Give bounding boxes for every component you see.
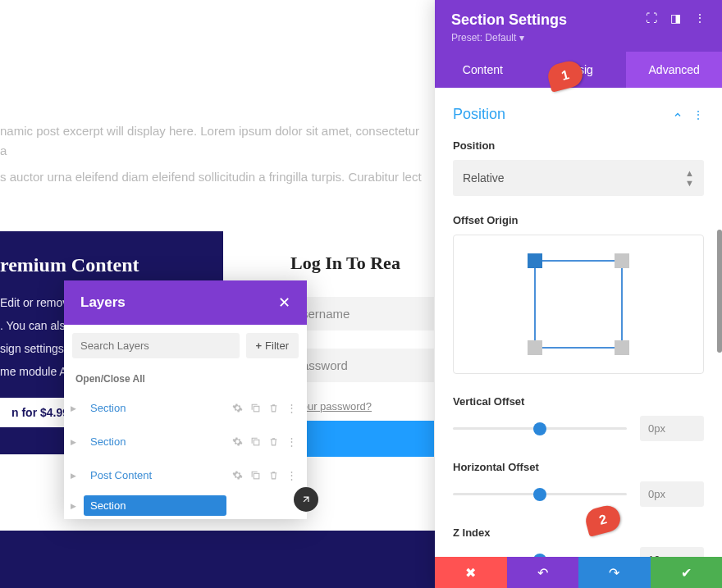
more-icon[interactable]: ⋮ <box>694 11 706 25</box>
origin-top-right[interactable] <box>615 253 629 268</box>
forgot-password-link[interactable]: t your password? <box>290 400 438 413</box>
gear-icon[interactable] <box>231 470 243 481</box>
caret-icon[interactable]: ▶ <box>71 438 80 446</box>
redo-button[interactable]: ↷ <box>578 557 651 588</box>
premium-title: remium Content <box>0 254 208 276</box>
layers-header: Layers ✕ <box>64 280 307 325</box>
login-title: Log In To Rea <box>290 253 438 274</box>
scrollbar[interactable] <box>717 230 722 353</box>
settings-body: Position ⋮ Position Relative ▲▼ Offset O… <box>435 88 722 557</box>
layers-title: Layers <box>80 294 126 311</box>
position-select[interactable]: Relative ▲▼ <box>453 160 704 196</box>
position-value: Relative <box>463 171 505 185</box>
select-caret-icon: ▲▼ <box>685 168 694 188</box>
settings-header: Section Settings Preset: Default ▾ ⛶ ◨ ⋮ <box>435 0 722 52</box>
layer-label[interactable]: Section <box>84 495 226 516</box>
layer-row-active[interactable]: ▶ Section ⋮ <box>64 492 307 519</box>
origin-bottom-right[interactable] <box>615 340 629 355</box>
layer-row[interactable]: ▶ Section ⋮ <box>64 391 307 425</box>
expand-icon[interactable]: ⛶ <box>646 11 657 25</box>
save-button[interactable]: ✔ <box>651 557 723 588</box>
svg-rect-2 <box>254 473 259 479</box>
settings-footer: ✖ ↶ ↷ ✔ <box>435 557 722 588</box>
svg-rect-0 <box>254 406 259 412</box>
excerpt-line: namic post excerpt will display here. Lo… <box>0 121 427 161</box>
login-submit-button[interactable] <box>290 421 434 457</box>
more-icon[interactable]: ⋮ <box>286 470 297 481</box>
svg-rect-1 <box>254 440 259 445</box>
offset-origin-label: Offset Origin <box>453 214 704 226</box>
username-input[interactable]: sername <box>290 297 434 330</box>
settings-panel: Section Settings Preset: Default ▾ ⛶ ◨ ⋮… <box>435 0 722 588</box>
login-form: Log In To Rea sername assword t your pas… <box>290 253 438 457</box>
cancel-button[interactable]: ✖ <box>435 557 507 588</box>
trash-icon[interactable] <box>267 403 279 414</box>
tab-content[interactable]: Content <box>435 52 531 88</box>
zindex-input[interactable] <box>640 547 704 557</box>
settings-title: Section Settings <box>451 11 567 29</box>
gear-icon[interactable] <box>231 403 243 414</box>
horizontal-offset-slider[interactable] <box>453 493 627 495</box>
layer-label[interactable]: Post Content <box>84 465 231 485</box>
more-icon[interactable]: ⋮ <box>692 108 704 121</box>
trash-icon[interactable] <box>267 500 279 512</box>
undo-button[interactable]: ↶ <box>507 557 579 588</box>
offset-origin-picker[interactable] <box>453 235 704 374</box>
layer-label[interactable]: Section <box>84 398 231 418</box>
origin-bottom-left[interactable] <box>528 340 542 355</box>
resize-handle-icon[interactable] <box>294 487 318 512</box>
layers-search-row: +Filter <box>64 325 307 367</box>
vertical-offset-slider[interactable] <box>453 427 627 430</box>
horizontal-offset-label: Horizontal Offset <box>453 461 704 473</box>
trash-icon[interactable] <box>267 436 279 448</box>
slider-thumb[interactable] <box>533 422 546 435</box>
origin-top-left[interactable] <box>528 253 542 268</box>
layers-search-input[interactable] <box>72 333 240 358</box>
layers-filter-button[interactable]: +Filter <box>246 333 299 358</box>
slider-thumb[interactable] <box>533 554 546 558</box>
section-position-title[interactable]: Position <box>453 106 505 123</box>
layer-row[interactable]: ▶ Section ⋮ <box>64 425 307 458</box>
trash-icon[interactable] <box>267 470 279 481</box>
chevron-up-icon[interactable] <box>673 110 683 120</box>
dock-icon[interactable]: ◨ <box>670 11 681 25</box>
duplicate-icon[interactable] <box>249 500 261 512</box>
svg-rect-3 <box>254 504 259 509</box>
excerpt-line: s auctor urna eleifend diam eleifend sol… <box>0 167 427 187</box>
duplicate-icon[interactable] <box>249 403 261 414</box>
duplicate-icon[interactable] <box>249 436 261 448</box>
duplicate-icon[interactable] <box>249 470 261 481</box>
page-excerpt: namic post excerpt will display here. Lo… <box>0 121 435 194</box>
layers-openclose-toggle[interactable]: Open/Close All <box>64 367 307 391</box>
tab-advanced[interactable]: Advanced <box>626 52 722 88</box>
position-label: Position <box>453 139 704 152</box>
layer-label[interactable]: Section <box>84 431 231 452</box>
more-icon[interactable]: ⋮ <box>286 436 297 448</box>
gear-icon[interactable] <box>231 500 243 512</box>
vertical-offset-input[interactable] <box>640 416 704 441</box>
caret-icon[interactable]: ▶ <box>71 472 80 480</box>
caret-icon[interactable]: ▶ <box>71 404 80 413</box>
more-icon[interactable]: ⋮ <box>286 403 297 414</box>
page-footer <box>0 531 435 588</box>
settings-preset[interactable]: Preset: Default ▾ <box>451 32 567 43</box>
close-icon[interactable]: ✕ <box>278 294 290 312</box>
layers-panel: Layers ✕ +Filter Open/Close All ▶ Sectio… <box>64 280 307 519</box>
vertical-offset-label: Vertical Offset <box>453 395 704 408</box>
caret-icon[interactable]: ▶ <box>71 502 80 510</box>
layer-row[interactable]: ▶ Post Content ⋮ <box>64 458 307 492</box>
horizontal-offset-input[interactable] <box>640 481 704 507</box>
slider-thumb[interactable] <box>533 488 546 501</box>
gear-icon[interactable] <box>231 436 243 448</box>
password-input[interactable]: assword <box>290 349 434 382</box>
zindex-label: Z Index <box>453 526 704 539</box>
